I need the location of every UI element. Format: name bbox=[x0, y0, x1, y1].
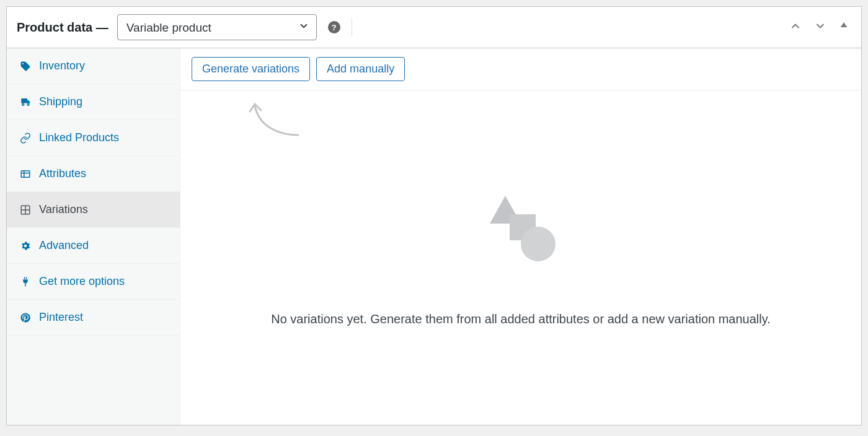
svg-point-11 bbox=[521, 227, 556, 261]
plug-icon bbox=[19, 276, 32, 287]
inventory-icon bbox=[19, 61, 32, 72]
variations-toolbar: Generate variations Add manually bbox=[180, 48, 861, 90]
panel-body: Inventory Shipping Linked Products Attri… bbox=[7, 48, 861, 425]
link-icon bbox=[19, 133, 32, 144]
collapse-icon[interactable] bbox=[836, 17, 851, 37]
hint-arrow-icon bbox=[247, 99, 303, 145]
gear-icon bbox=[19, 240, 32, 251]
pinterest-icon bbox=[19, 312, 32, 323]
variations-content: Generate variations Add manually bbox=[180, 48, 861, 425]
tab-variations[interactable]: Variations bbox=[7, 192, 180, 228]
shipping-icon bbox=[19, 97, 32, 108]
generate-variations-button[interactable]: Generate variations bbox=[192, 57, 310, 81]
help-icon[interactable]: ? bbox=[328, 21, 340, 33]
move-up-icon[interactable] bbox=[787, 17, 804, 37]
add-manually-button[interactable]: Add manually bbox=[316, 57, 405, 81]
header-divider bbox=[352, 19, 352, 36]
product-type-select[interactable]: Variable product bbox=[117, 14, 317, 40]
product-type-dropdown[interactable]: Variable product bbox=[117, 14, 317, 40]
product-data-tabs: Inventory Shipping Linked Products Attri… bbox=[7, 48, 180, 425]
svg-rect-3 bbox=[21, 170, 30, 177]
tab-inventory[interactable]: Inventory bbox=[7, 48, 180, 84]
variations-empty-state: No variations yet. Generate them from al… bbox=[180, 90, 861, 425]
attributes-icon bbox=[19, 168, 32, 180]
move-down-icon[interactable] bbox=[812, 17, 829, 37]
tab-get-more-options[interactable]: Get more options bbox=[7, 264, 180, 300]
tab-shipping[interactable]: Shipping bbox=[7, 84, 180, 120]
tab-label: Inventory bbox=[39, 59, 85, 72]
svg-point-2 bbox=[27, 103, 29, 105]
tab-label: Pinterest bbox=[39, 311, 83, 324]
tab-label: Shipping bbox=[39, 95, 82, 108]
svg-point-1 bbox=[22, 103, 24, 105]
tab-label: Variations bbox=[39, 203, 88, 216]
tab-label: Linked Products bbox=[39, 131, 119, 144]
product-data-panel: Product data — Variable product ? bbox=[6, 6, 862, 425]
variations-icon bbox=[19, 204, 32, 216]
tab-label: Get more options bbox=[39, 275, 125, 288]
tab-pinterest[interactable]: Pinterest bbox=[7, 300, 180, 336]
panel-header: Product data — Variable product ? bbox=[7, 7, 861, 48]
tab-label: Advanced bbox=[39, 239, 89, 252]
tab-linked-products[interactable]: Linked Products bbox=[7, 120, 180, 156]
empty-shapes-icon bbox=[484, 196, 558, 266]
empty-state-message: No variations yet. Generate them from al… bbox=[271, 310, 771, 328]
tab-advanced[interactable]: Advanced bbox=[7, 228, 180, 264]
panel-title: Product data — bbox=[17, 20, 108, 35]
svg-marker-0 bbox=[841, 22, 848, 27]
tab-label: Attributes bbox=[39, 167, 86, 180]
panel-controls bbox=[787, 17, 851, 37]
tab-attributes[interactable]: Attributes bbox=[7, 156, 180, 192]
